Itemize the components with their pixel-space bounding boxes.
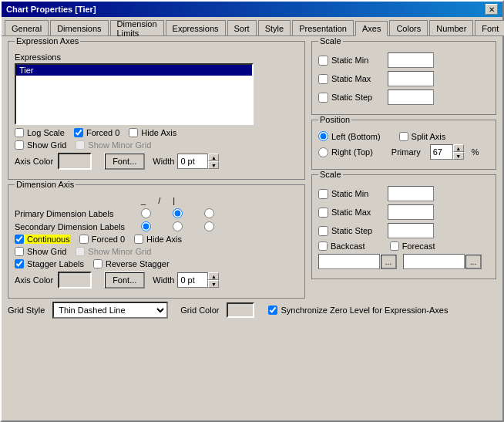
- position-row2: Right (Top) Primary ▲ ▼ %: [318, 144, 489, 160]
- dim-forced-0-checkbox[interactable]: Forced 0: [79, 235, 125, 244]
- tab-dimensions[interactable]: Dimensions: [50, 20, 108, 35]
- tab-colors[interactable]: Colors: [389, 20, 428, 35]
- col-header-slash: /: [158, 196, 160, 205]
- split-axis-checkbox[interactable]: Split Axis: [399, 132, 446, 141]
- col-header-dash: _: [141, 196, 146, 205]
- tab-general[interactable]: General: [5, 20, 49, 35]
- dim-hide-axis-checkbox[interactable]: Hide Axis: [134, 235, 182, 244]
- scale-dimension-label: Scale: [318, 170, 343, 179]
- tab-number[interactable]: Number: [429, 20, 473, 35]
- primary-input[interactable]: [430, 144, 453, 160]
- axis-color-label: Axis Color: [15, 157, 53, 166]
- percent-label: %: [472, 147, 479, 157]
- primary-label: Primary: [391, 147, 421, 157]
- expr-checkboxes-row2: Show Grid Show Minor Grid: [15, 140, 298, 150]
- col-header-bar: |: [173, 196, 175, 205]
- static-min-checkbox[interactable]: Static Min: [318, 56, 388, 66]
- tab-dimension-limits[interactable]: Dimension Limits: [110, 20, 164, 35]
- list-item[interactable]: Tier: [16, 65, 252, 76]
- dim-static-min-row: Static Min: [318, 186, 489, 201]
- grid-color-box[interactable]: [227, 302, 254, 318]
- forecast-checkbox[interactable]: Forecast: [390, 241, 435, 251]
- tab-presentation[interactable]: Presentation: [292, 20, 354, 35]
- backcast-forecast-row: Backcast Forecast: [318, 241, 489, 251]
- expression-axes-group: Expression Axes Expressions Tier Log Sca…: [8, 41, 305, 180]
- grid-style-select[interactable]: Thin Dashed Line Dashed Line Solid Line: [52, 302, 168, 319]
- dim-show-minor-grid-checkbox[interactable]: Show Minor Grid: [76, 247, 151, 256]
- tab-expressions[interactable]: Expressions: [166, 20, 226, 35]
- dim-width-label: Width: [153, 275, 174, 285]
- stagger-labels-checkbox[interactable]: Stagger Labels: [15, 259, 84, 268]
- secondary-radio-0[interactable]: [141, 221, 151, 231]
- primary-radio-1[interactable]: [173, 208, 183, 218]
- axis-color-row: Axis Color Font... Width ▲ ▼: [15, 153, 298, 170]
- secondary-labels-label: Secondary Dimension Labels: [15, 222, 138, 231]
- primary-down-button[interactable]: ▼: [453, 152, 464, 160]
- dim-static-step-checkbox[interactable]: Static Step: [318, 226, 388, 236]
- backcast-ellipsis-button[interactable]: ...: [380, 254, 397, 269]
- static-step-input[interactable]: [388, 89, 434, 105]
- left-column: Expression Axes Expressions Tier Log Sca…: [8, 41, 305, 299]
- dim-width-up-button[interactable]: ▲: [208, 272, 219, 280]
- continuous-checkbox[interactable]: Continuous: [15, 235, 70, 244]
- forecast-input[interactable]: [403, 254, 465, 269]
- static-max-row: Static Max: [318, 71, 489, 86]
- secondary-radio-1[interactable]: [173, 221, 183, 231]
- scale-dimension-group: Scale Static Min Static Max: [311, 174, 496, 279]
- dim-font-button[interactable]: Font...: [104, 272, 145, 289]
- axis-color-box[interactable]: [58, 153, 92, 170]
- dim-axis-color-label: Axis Color: [15, 275, 53, 285]
- dim-static-step-input[interactable]: [388, 223, 434, 238]
- static-max-checkbox[interactable]: Static Max: [318, 74, 388, 84]
- primary-radio-2[interactable]: [204, 208, 214, 218]
- font-button[interactable]: Font...: [104, 153, 145, 170]
- static-step-checkbox[interactable]: Static Step: [318, 93, 388, 103]
- show-minor-grid-checkbox[interactable]: Show Minor Grid: [76, 140, 151, 150]
- width-up-button[interactable]: ▲: [208, 154, 219, 161]
- dim-static-min-checkbox[interactable]: Static Min: [318, 189, 388, 199]
- sync-checkbox[interactable]: Synchronize Zero Level for Expression-Ax…: [268, 306, 448, 315]
- top-section: Expression Axes Expressions Tier Log Sca…: [8, 41, 496, 299]
- position-label: Position: [318, 115, 351, 124]
- width-label: Width: [153, 157, 174, 166]
- expressions-listbox[interactable]: Tier: [15, 63, 254, 125]
- close-button[interactable]: ✕: [486, 4, 498, 15]
- reverse-stagger-checkbox[interactable]: Reverse Stagger: [93, 259, 170, 268]
- primary-radio-0[interactable]: [141, 208, 151, 218]
- dim-static-max-checkbox[interactable]: Static Max: [318, 208, 388, 218]
- log-scale-checkbox[interactable]: Log Scale: [15, 128, 65, 137]
- dim-axis-color-box[interactable]: [58, 272, 92, 289]
- dim-static-min-input[interactable]: [388, 186, 434, 201]
- secondary-radio-2[interactable]: [204, 221, 214, 231]
- show-grid-checkbox[interactable]: Show Grid: [15, 140, 66, 150]
- primary-up-button[interactable]: ▲: [453, 144, 464, 152]
- primary-spinner: ▲ ▼: [453, 144, 464, 160]
- width-input[interactable]: [177, 154, 208, 169]
- axes-tab-content: Expression Axes Expressions Tier Log Sca…: [2, 36, 502, 323]
- left-bottom-radio[interactable]: Left (Bottom): [318, 131, 381, 141]
- tab-style[interactable]: Style: [258, 20, 291, 35]
- forced-0-checkbox[interactable]: Forced 0: [74, 128, 119, 137]
- backcast-input[interactable]: [318, 254, 380, 269]
- dim-static-max-input[interactable]: [388, 204, 434, 220]
- dim-static-step-row: Static Step: [318, 223, 489, 238]
- hide-axis-checkbox[interactable]: Hide Axis: [129, 128, 176, 137]
- dim-axis-color-row: Axis Color Font... Width ▲ ▼: [15, 272, 298, 289]
- backcast-checkbox[interactable]: Backcast: [318, 241, 365, 251]
- right-top-radio[interactable]: Right (Top): [318, 147, 373, 157]
- static-min-input[interactable]: [388, 52, 434, 68]
- static-min-row: Static Min: [318, 52, 489, 68]
- expr-checkboxes-row1: Log Scale Forced 0 Hide Axis: [15, 128, 298, 137]
- primary-labels-row: Primary Dimension Labels: [15, 208, 298, 218]
- static-max-input[interactable]: [388, 71, 434, 86]
- backcast-forecast-inputs-row: ... ...: [318, 254, 489, 269]
- dim-width-input[interactable]: [177, 272, 208, 288]
- tab-axes[interactable]: Axes: [355, 21, 388, 36]
- dim-width-down-button[interactable]: ▼: [208, 280, 219, 288]
- width-down-button[interactable]: ▼: [208, 161, 219, 169]
- forecast-ellipsis-button[interactable]: ...: [465, 254, 482, 269]
- tab-font[interactable]: Font: [475, 20, 504, 35]
- dim-show-grid-checkbox[interactable]: Show Grid: [15, 247, 66, 256]
- tab-sort[interactable]: Sort: [227, 20, 257, 35]
- forecast-input-wrap: ...: [403, 254, 482, 269]
